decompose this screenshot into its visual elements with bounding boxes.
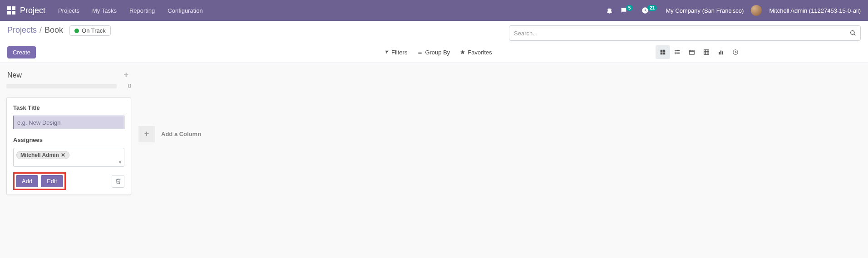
- view-graph-button[interactable]: [714, 45, 728, 59]
- svg-rect-7: [661, 53, 663, 55]
- control-panel: Projects / Book On Track Create Filters: [0, 21, 868, 63]
- column-count: 0: [125, 83, 131, 89]
- apps-icon[interactable]: [7, 6, 15, 15]
- company-selector[interactable]: My Company (San Francisco): [666, 7, 744, 14]
- view-kanban-button[interactable]: [656, 45, 670, 59]
- edit-button[interactable]: Edit: [41, 175, 63, 187]
- group-by-label: Group By: [425, 49, 450, 56]
- breadcrumb: Projects / Book: [7, 25, 63, 35]
- kanban-board: New + 0 Task Title Assignees Mitchell Ad…: [0, 63, 868, 200]
- view-calendar-button[interactable]: [685, 45, 699, 59]
- calendar-icon: [689, 49, 695, 55]
- dropdown-caret-icon[interactable]: ▾: [119, 160, 121, 165]
- highlighted-actions: Add Edit: [13, 172, 66, 190]
- svg-line-1: [854, 34, 856, 36]
- app-brand[interactable]: Project: [20, 6, 45, 15]
- trash-icon: [115, 178, 121, 184]
- add-column-section: + Add a Column: [138, 68, 201, 195]
- column-progress-bar[interactable]: [6, 84, 117, 88]
- assignees-field[interactable]: Mitchell Admin ✕ ▾: [13, 148, 124, 167]
- nav-my-tasks[interactable]: My Tasks: [92, 7, 117, 14]
- filters-label: Filters: [391, 49, 407, 56]
- nav-projects[interactable]: Projects: [58, 7, 79, 14]
- add-button[interactable]: Add: [16, 175, 38, 187]
- group-by-button[interactable]: Group By: [417, 49, 450, 56]
- breadcrumb-current: Book: [44, 25, 63, 35]
- svg-rect-25: [720, 51, 721, 55]
- breadcrumb-projects[interactable]: Projects: [7, 25, 37, 35]
- activities-icon[interactable]: 21: [641, 7, 658, 14]
- svg-point-12: [675, 50, 676, 51]
- favorites-button[interactable]: Favorites: [460, 49, 492, 56]
- messages-badge: 5: [626, 5, 633, 11]
- search-input[interactable]: [509, 25, 861, 41]
- discard-button[interactable]: [112, 175, 124, 188]
- view-activity-button[interactable]: [728, 45, 743, 59]
- filter-icon: [385, 50, 389, 54]
- add-column-button[interactable]: +: [138, 126, 155, 142]
- svg-rect-24: [719, 52, 720, 54]
- assignee-tag-label: Mitchell Admin: [20, 152, 59, 158]
- svg-rect-5: [661, 50, 663, 52]
- pivot-icon: [703, 49, 710, 55]
- status-dot-icon: [74, 29, 79, 33]
- list-icon: [674, 49, 681, 55]
- filters-button[interactable]: Filters: [385, 49, 407, 56]
- nav-reporting[interactable]: Reporting: [129, 7, 155, 14]
- nav-right: 5 21 My Company (San Francisco) Mitchell…: [606, 5, 861, 16]
- favorites-label: Favorites: [468, 49, 492, 56]
- svg-point-14: [675, 54, 676, 54]
- search-options: Filters Group By Favorites: [385, 49, 492, 56]
- assignee-tag: Mitchell Admin ✕: [16, 151, 69, 159]
- search-box: [509, 25, 861, 41]
- nav-menu: Projects My Tasks Reporting Configuratio…: [58, 7, 203, 14]
- create-button[interactable]: Create: [7, 46, 36, 58]
- breadcrumb-separator: /: [39, 25, 42, 35]
- debug-icon[interactable]: [606, 7, 613, 14]
- task-title-label: Task Title: [13, 104, 124, 111]
- svg-rect-26: [722, 51, 723, 54]
- user-avatar[interactable]: [751, 5, 762, 16]
- svg-rect-8: [663, 53, 665, 55]
- graph-icon: [718, 49, 724, 55]
- search-icon[interactable]: [850, 30, 856, 36]
- status-label: On Track: [82, 27, 106, 34]
- messages-icon[interactable]: 5: [620, 7, 635, 14]
- column-title[interactable]: New: [7, 71, 22, 79]
- clock-icon: [732, 49, 739, 55]
- assignees-label: Assignees: [13, 136, 124, 143]
- top-navbar: Project Projects My Tasks Reporting Conf…: [0, 0, 868, 21]
- project-status-pill[interactable]: On Track: [69, 25, 111, 36]
- group-by-icon: [417, 50, 423, 54]
- activities-badge: 21: [647, 5, 657, 11]
- svg-rect-19: [704, 50, 709, 55]
- quick-create-card: Task Title Assignees Mitchell Admin ✕ ▾ …: [6, 97, 131, 195]
- kanban-column-new: New + 0 Task Title Assignees Mitchell Ad…: [6, 68, 131, 195]
- svg-point-13: [675, 52, 676, 52]
- column-quick-create-button[interactable]: +: [122, 70, 130, 80]
- view-pivot-button[interactable]: [699, 45, 714, 59]
- user-menu[interactable]: Mitchell Admin (11227453-15-0-all): [769, 7, 861, 14]
- svg-rect-6: [663, 50, 665, 52]
- task-title-input[interactable]: [13, 116, 124, 129]
- nav-configuration[interactable]: Configuration: [168, 7, 202, 14]
- view-list-button[interactable]: [670, 45, 685, 59]
- star-icon: [460, 49, 465, 55]
- view-switcher: [656, 45, 743, 59]
- svg-point-0: [851, 31, 854, 34]
- add-column-label[interactable]: Add a Column: [161, 131, 201, 137]
- kanban-icon: [660, 49, 666, 55]
- svg-rect-15: [690, 50, 695, 54]
- assignee-tag-remove[interactable]: ✕: [61, 152, 65, 158]
